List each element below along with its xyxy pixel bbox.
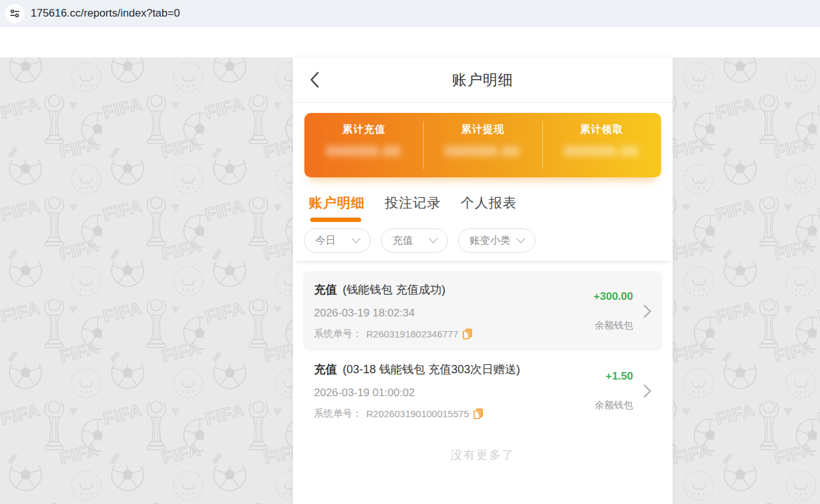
site-settings-button[interactable] <box>5 4 24 23</box>
tab-bet-records[interactable]: 投注记录 <box>385 194 441 222</box>
chevron-right-icon <box>643 304 652 318</box>
order-label: 系统单号： <box>314 328 362 340</box>
record-description: (03-18 钱能钱包 充值303次日赠送) <box>343 362 520 377</box>
record-wallet: 余额钱包 <box>595 399 633 411</box>
record-description: (钱能钱包 充值成功) <box>343 282 445 297</box>
filter-type-label: 充值 <box>392 234 413 248</box>
stat-total-deposit: 累计充值 888888.88 <box>304 113 423 177</box>
record-title: 充值 (钱能钱包 充值成功) <box>314 282 593 297</box>
order-number: R2603191802346777 <box>366 329 458 339</box>
copy-icon <box>463 329 472 339</box>
chevron-down-icon <box>429 238 438 244</box>
copy-icon <box>473 408 483 419</box>
order-number: R202603190100015575 <box>366 408 469 419</box>
stat-total-claimed: 累计领取 888888.88 <box>542 113 661 177</box>
tab-personal-report[interactable]: 个人报表 <box>461 194 517 222</box>
chevron-right-icon <box>643 384 652 398</box>
record-row[interactable]: 充值 (钱能钱包 充值成功) 2026-03-19 18:02:34 系统单号：… <box>303 271 662 351</box>
filter-bar: 今日 充值 账变小类 <box>293 222 673 261</box>
tune-icon <box>9 8 20 19</box>
chevron-down-icon <box>516 238 525 244</box>
record-type: 充值 <box>314 362 337 377</box>
filter-type-dropdown[interactable]: 充值 <box>381 228 448 253</box>
filter-subtype-label: 账变小类 <box>470 234 511 248</box>
stat-value-masked: 888888.88 <box>542 144 661 159</box>
chevron-down-icon <box>352 238 361 244</box>
back-button[interactable] <box>309 68 327 92</box>
record-amount: +300.00 <box>593 290 633 303</box>
page: 175616.cc/reports/index?tab=0 <box>0 0 820 504</box>
record-datetime: 2026-03-19 18:02:34 <box>314 307 593 320</box>
filter-subtype-dropdown[interactable]: 账变小类 <box>458 228 535 253</box>
no-more-text: 没有更多了 <box>303 431 662 471</box>
browser-url-bar[interactable]: 175616.cc/reports/index?tab=0 <box>0 0 820 27</box>
stat-label: 累计充值 <box>304 123 423 137</box>
record-list: 充值 (钱能钱包 充值成功) 2026-03-19 18:02:34 系统单号：… <box>293 261 673 471</box>
stat-value-masked: 888888.88 <box>423 144 542 159</box>
record-order-row: 系统单号： R2603191802346777 <box>314 328 593 340</box>
stat-label: 累计领取 <box>542 123 661 137</box>
copy-button[interactable] <box>473 408 483 419</box>
stat-total-withdraw: 累计提现 888888.88 <box>423 113 542 177</box>
chevron-left-icon <box>309 71 320 88</box>
copy-button[interactable] <box>463 329 472 339</box>
tab-account-details[interactable]: 账户明细 <box>309 194 365 222</box>
url-text[interactable]: 175616.cc/reports/index?tab=0 <box>31 7 180 20</box>
tab-bar: 账户明细 投注记录 个人报表 <box>293 194 673 222</box>
record-datetime: 2026-03-19 01:00:02 <box>314 387 595 399</box>
record-amount: +1.50 <box>606 370 633 383</box>
stat-label: 累计提现 <box>423 123 542 137</box>
record-detail-arrow[interactable] <box>638 384 656 398</box>
summary-card: 累计充值 888888.88 累计提现 888888.88 累计领取 88888… <box>304 113 661 177</box>
record-order-row: 系统单号： R202603190100015575 <box>314 408 595 420</box>
app-header: 账户明细 <box>293 57 673 103</box>
record-detail-arrow[interactable] <box>638 304 656 318</box>
app-content-panel: 账户明细 累计充值 888888.88 累计提现 888888.88 累计领取 … <box>293 57 673 504</box>
stat-value-masked: 888888.88 <box>304 144 423 159</box>
filter-date-dropdown[interactable]: 今日 <box>304 228 371 253</box>
record-title: 充值 (03-18 钱能钱包 充值303次日赠送) <box>314 362 595 377</box>
filter-date-label: 今日 <box>315 234 336 248</box>
order-label: 系统单号： <box>314 408 362 420</box>
record-row[interactable]: 充值 (03-18 钱能钱包 充值303次日赠送) 2026-03-19 01:… <box>303 351 662 431</box>
record-type: 充值 <box>314 282 337 297</box>
page-title: 账户明细 <box>452 70 514 90</box>
record-wallet: 余额钱包 <box>595 320 633 332</box>
